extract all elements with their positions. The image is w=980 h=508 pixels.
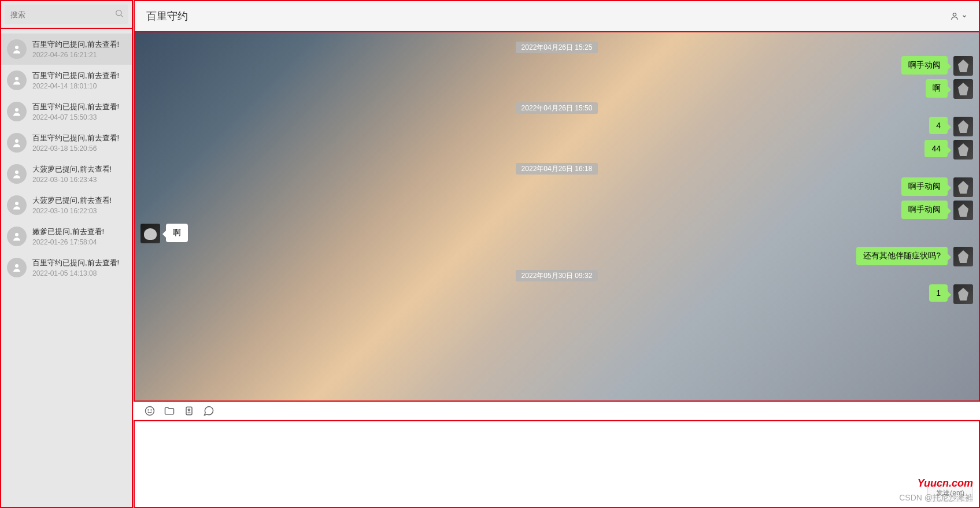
message-row: 1 — [140, 284, 973, 304]
chevron-down-icon — [961, 13, 967, 19]
message-input[interactable] — [135, 421, 979, 507]
message-avatar[interactable] — [953, 201, 973, 220]
svg-point-12 — [148, 409, 149, 410]
time-divider: 2022年04月26日 15:25 — [140, 42, 973, 53]
message-row: 44 — [140, 140, 973, 160]
message-bubble[interactable]: 啊手动阀 — [901, 56, 948, 75]
input-toolbar — [134, 402, 980, 420]
main-panel: 百里守约 2022年04月26日 15:25啊手动阀啊2022年04月26日 1… — [133, 0, 980, 508]
user-menu-button[interactable] — [950, 12, 967, 21]
search-icon[interactable] — [114, 9, 124, 20]
conversation-item[interactable]: 大菠萝已提问,前去查看!2022-03-10 16:22:03 — [1, 190, 132, 221]
emoji-icon[interactable] — [144, 405, 156, 417]
message-avatar[interactable] — [953, 247, 973, 266]
message-row: 啊 — [140, 79, 973, 99]
conversation-item[interactable]: 百里守约已提问,前去查看!2022-04-14 18:01:10 — [1, 65, 132, 96]
conversation-time: 2022-04-26 16:21:21 — [32, 51, 119, 59]
message-row: 啊手动阀 — [140, 201, 973, 220]
conversation-title: 大菠萝已提问,前去查看! — [32, 164, 112, 175]
avatar-icon — [7, 39, 27, 59]
chat-body[interactable]: 2022年04月26日 15:25啊手动阀啊2022年04月26日 15:504… — [134, 32, 980, 402]
time-divider: 2022年04月26日 16:18 — [140, 163, 973, 174]
svg-point-11 — [146, 406, 154, 415]
message-row: 啊 — [140, 224, 973, 243]
message-avatar[interactable] — [953, 79, 973, 99]
svg-point-13 — [151, 409, 151, 410]
send-button[interactable]: 发送(ent) — [927, 484, 973, 502]
message-avatar[interactable] — [953, 56, 973, 76]
avatar-icon — [7, 133, 27, 153]
conversation-title: 百里守约已提问,前去查看! — [32, 133, 119, 143]
message-row: 4 — [140, 117, 973, 136]
conversation-title: 百里守约已提问,前去查看! — [32, 71, 119, 81]
message-bubble[interactable]: 啊手动阀 — [901, 201, 948, 219]
time-divider: 2022年04月26日 15:50 — [140, 102, 973, 113]
message-avatar[interactable] — [140, 224, 160, 243]
conversation-item[interactable]: 嫩爹已提问,前去查看!2022-01-26 17:58:04 — [1, 221, 132, 252]
avatar-icon — [7, 227, 27, 246]
conversation-item[interactable]: 大菠萝已提问,前去查看!2022-03-10 16:23:43 — [1, 158, 132, 190]
message-bubble[interactable]: 1 — [929, 284, 948, 302]
svg-point-15 — [188, 409, 190, 410]
conversation-title: 百里守约已提问,前去查看! — [32, 39, 119, 50]
conversation-title: 嫩爹已提问,前去查看! — [32, 227, 104, 237]
sidebar: 百里守约已提问,前去查看!2022-04-26 16:21:21百里守约已提问,… — [0, 0, 133, 508]
svg-point-8 — [15, 233, 19, 236]
svg-point-5 — [15, 139, 19, 143]
svg-point-9 — [15, 264, 19, 268]
svg-point-10 — [953, 13, 956, 16]
svg-point-4 — [15, 108, 19, 112]
conversation-item[interactable]: 百里守约已提问,前去查看!2022-03-18 15:20:56 — [1, 127, 132, 158]
message-row: 啊手动阀 — [140, 177, 973, 197]
message-row: 还有其他伴随症状吗? — [140, 247, 973, 266]
chat-title: 百里守约 — [146, 9, 188, 23]
search-container — [0, 0, 133, 29]
avatar-icon — [7, 258, 27, 277]
message-avatar[interactable] — [953, 284, 973, 304]
message-bubble[interactable]: 啊 — [166, 224, 188, 242]
avatar-icon — [7, 71, 27, 90]
user-icon — [950, 12, 959, 21]
conversation-time: 2022-03-10 16:22:03 — [32, 207, 112, 215]
search-input[interactable] — [5, 5, 128, 24]
message-bubble[interactable]: 44 — [924, 140, 948, 157]
folder-icon[interactable] — [164, 405, 175, 417]
message-row: 啊手动阀 — [140, 56, 973, 76]
message-bubble[interactable]: 还有其他伴随症状吗? — [856, 247, 948, 265]
input-area: 发送(ent) Yuucn.com CSDN @托尼沙滩裤 — [134, 420, 980, 508]
card-icon[interactable] — [183, 405, 195, 417]
conversation-time: 2022-03-10 16:23:43 — [32, 176, 112, 184]
svg-point-3 — [15, 77, 19, 80]
svg-line-1 — [121, 15, 123, 17]
avatar-icon — [7, 195, 27, 215]
svg-point-6 — [15, 170, 19, 174]
time-divider: 2022年05月30日 09:32 — [140, 270, 973, 281]
message-bubble[interactable]: 啊 — [926, 79, 948, 98]
conversation-time: 2022-01-26 17:58:04 — [32, 238, 104, 246]
svg-point-2 — [15, 46, 19, 49]
avatar-icon — [7, 164, 27, 184]
message-avatar[interactable] — [953, 177, 973, 197]
conversation-title: 百里守约已提问,前去查看! — [32, 102, 119, 112]
chat-header: 百里守约 — [134, 0, 980, 32]
conversation-time: 2022-03-18 15:20:56 — [32, 144, 119, 153]
conversation-time: 2022-04-07 15:50:33 — [32, 113, 119, 121]
message-bubble[interactable]: 4 — [929, 117, 948, 134]
message-avatar[interactable] — [953, 117, 973, 136]
conversation-title: 百里守约已提问,前去查看! — [32, 258, 119, 268]
chat-icon[interactable] — [203, 405, 215, 417]
message-avatar[interactable] — [953, 140, 973, 160]
svg-point-0 — [116, 10, 121, 16]
conversation-item[interactable]: 百里守约已提问,前去查看!2022-04-26 16:21:21 — [1, 34, 132, 65]
conversation-item[interactable]: 百里守约已提问,前去查看!2022-01-05 14:13:08 — [1, 252, 132, 283]
message-bubble[interactable]: 啊手动阀 — [901, 177, 948, 196]
conversation-title: 大菠萝已提问,前去查看! — [32, 195, 112, 206]
conversation-list: 百里守约已提问,前去查看!2022-04-26 16:21:21百里守约已提问,… — [1, 34, 132, 507]
avatar-icon — [7, 102, 27, 121]
conversation-time: 2022-04-14 18:01:10 — [32, 82, 119, 90]
conversation-item[interactable]: 百里守约已提问,前去查看!2022-04-07 15:50:33 — [1, 96, 132, 127]
svg-point-7 — [15, 202, 19, 205]
conversation-time: 2022-01-05 14:13:08 — [32, 269, 119, 277]
